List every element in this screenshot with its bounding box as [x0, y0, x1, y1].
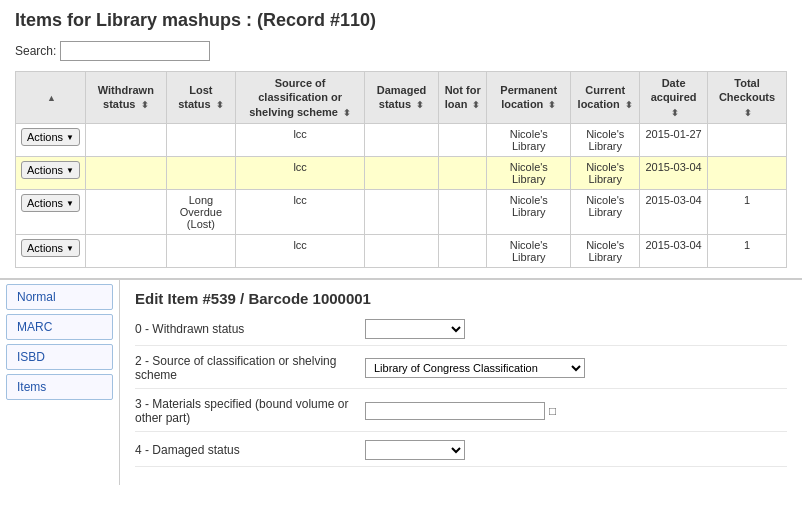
cell-withdrawn_status	[86, 157, 167, 190]
sort-icon-checkouts: ⬍	[744, 108, 752, 118]
cell-current_location: Nicole's Library	[571, 190, 640, 235]
search-label: Search:	[15, 44, 56, 58]
form-label-damaged: 4 - Damaged status	[135, 443, 365, 457]
cell-source_classification: lcc	[236, 190, 365, 235]
cell-damaged_status	[365, 124, 439, 157]
bottom-section: Normal MARC ISBD Items Edit Item #539 / …	[0, 278, 802, 485]
actions-button[interactable]: Actions ▼	[21, 239, 80, 257]
table-row: Actions ▼lccNicole's LibraryNicole's Lib…	[16, 124, 787, 157]
col-header-damaged: Damaged status ⬍	[365, 72, 439, 124]
sort-icon-withdrawn: ⬍	[141, 100, 149, 110]
cell-total_checkouts: 1	[708, 235, 787, 268]
edit-panel: Edit Item #539 / Barcode 1000001 0 - Wit…	[120, 280, 802, 485]
cell-current_location: Nicole's Library	[571, 235, 640, 268]
cell-total_checkouts: 1	[708, 190, 787, 235]
sidebar-item-normal[interactable]: Normal	[6, 284, 113, 310]
materials-input[interactable]	[365, 402, 545, 420]
cell-withdrawn_status	[86, 235, 167, 268]
sort-icon-permanent: ⬍	[548, 100, 556, 110]
sort-icon-current: ⬍	[625, 100, 633, 110]
actions-button[interactable]: Actions ▼	[21, 161, 80, 179]
actions-button[interactable]: Actions ▼	[21, 128, 80, 146]
table-row: Actions ▼lccNicole's LibraryNicole's Lib…	[16, 235, 787, 268]
form-control-withdrawn	[365, 319, 787, 339]
col-header-checkouts: Total Checkouts ⬍	[708, 72, 787, 124]
cell-source_classification: lcc	[236, 235, 365, 268]
damaged-status-select[interactable]	[365, 440, 465, 460]
cell-lost_status	[166, 157, 236, 190]
expand-icon[interactable]: □	[549, 404, 556, 418]
form-control-materials: □	[365, 402, 787, 420]
actions-button[interactable]: Actions ▼	[21, 194, 80, 212]
col-header-source: Source of classification or shelving sch…	[236, 72, 365, 124]
col-header-actions: ▲	[16, 72, 86, 124]
source-classification-select[interactable]: Library of Congress Classification	[365, 358, 585, 378]
withdrawn-status-select[interactable]	[365, 319, 465, 339]
cell-lost_status: Long Overdue (Lost)	[166, 190, 236, 235]
col-header-current: Current location ⬍	[571, 72, 640, 124]
cell-source_classification: lcc	[236, 124, 365, 157]
form-row-materials: 3 - Materials specified (bound volume or…	[135, 397, 787, 432]
sidebar-item-items[interactable]: Items	[6, 374, 113, 400]
form-label-materials: 3 - Materials specified (bound volume or…	[135, 397, 365, 425]
actions-cell: Actions ▼	[16, 235, 86, 268]
cell-damaged_status	[365, 190, 439, 235]
actions-arrow: ▼	[66, 133, 74, 142]
actions-cell: Actions ▼	[16, 190, 86, 235]
table-row: Actions ▼lccNicole's LibraryNicole's Lib…	[16, 157, 787, 190]
top-section: Items for Library mashups : (Record #110…	[0, 0, 802, 278]
cell-not_for_loan	[439, 190, 487, 235]
form-control-source: Library of Congress Classification	[365, 358, 787, 378]
items-table: ▲ Withdrawn status ⬍ Lost status ⬍ Sourc…	[15, 71, 787, 268]
form-control-damaged	[365, 440, 787, 460]
form-row-withdrawn: 0 - Withdrawn status	[135, 319, 787, 346]
cell-not_for_loan	[439, 235, 487, 268]
sidebar-item-isbd[interactable]: ISBD	[6, 344, 113, 370]
page-wrapper: Items for Library mashups : (Record #110…	[0, 0, 802, 519]
col-header-withdrawn: Withdrawn status ⬍	[86, 72, 167, 124]
actions-cell: Actions ▼	[16, 124, 86, 157]
cell-total_checkouts	[708, 157, 787, 190]
col-header-permanent: Permanent location ⬍	[487, 72, 571, 124]
cell-current_location: Nicole's Library	[571, 124, 640, 157]
cell-lost_status	[166, 124, 236, 157]
col-header-lost: Lost status ⬍	[166, 72, 236, 124]
cell-date_acquired: 2015-01-27	[640, 124, 708, 157]
table-header-row: ▲ Withdrawn status ⬍ Lost status ⬍ Sourc…	[16, 72, 787, 124]
actions-arrow: ▼	[66, 244, 74, 253]
sort-icon-date: ⬍	[671, 108, 679, 118]
sort-icon-damaged: ⬍	[416, 100, 424, 110]
col-header-not-for-loan: Not for loan ⬍	[439, 72, 487, 124]
cell-permanent_location: Nicole's Library	[487, 190, 571, 235]
cell-damaged_status	[365, 235, 439, 268]
cell-current_location: Nicole's Library	[571, 157, 640, 190]
sort-icon-lost: ⬍	[216, 100, 224, 110]
col-header-date: Date acquired ⬍	[640, 72, 708, 124]
page-title: Items for Library mashups : (Record #110…	[15, 10, 787, 31]
edit-form: 0 - Withdrawn status 2 - Source of class…	[135, 319, 787, 467]
form-label-source: 2 - Source of classification or shelving…	[135, 354, 365, 382]
search-bar: Search:	[15, 41, 787, 61]
cell-withdrawn_status	[86, 124, 167, 157]
search-input[interactable]	[60, 41, 210, 61]
cell-damaged_status	[365, 157, 439, 190]
cell-date_acquired: 2015-03-04	[640, 157, 708, 190]
form-row-source: 2 - Source of classification or shelving…	[135, 354, 787, 389]
cell-withdrawn_status	[86, 190, 167, 235]
cell-permanent_location: Nicole's Library	[487, 124, 571, 157]
sort-icon-not-for-loan: ⬍	[472, 100, 480, 110]
actions-arrow: ▼	[66, 199, 74, 208]
cell-total_checkouts	[708, 124, 787, 157]
edit-title: Edit Item #539 / Barcode 1000001	[135, 290, 787, 307]
cell-date_acquired: 2015-03-04	[640, 235, 708, 268]
table-row: Actions ▼Long Overdue (Lost)lccNicole's …	[16, 190, 787, 235]
cell-permanent_location: Nicole's Library	[487, 235, 571, 268]
actions-cell: Actions ▼	[16, 157, 86, 190]
cell-permanent_location: Nicole's Library	[487, 157, 571, 190]
sidebar: Normal MARC ISBD Items	[0, 280, 120, 485]
sort-icon-actions: ▲	[47, 93, 56, 103]
cell-not_for_loan	[439, 157, 487, 190]
sidebar-item-marc[interactable]: MARC	[6, 314, 113, 340]
form-label-withdrawn: 0 - Withdrawn status	[135, 322, 365, 336]
sort-icon-source: ⬍	[343, 108, 351, 118]
